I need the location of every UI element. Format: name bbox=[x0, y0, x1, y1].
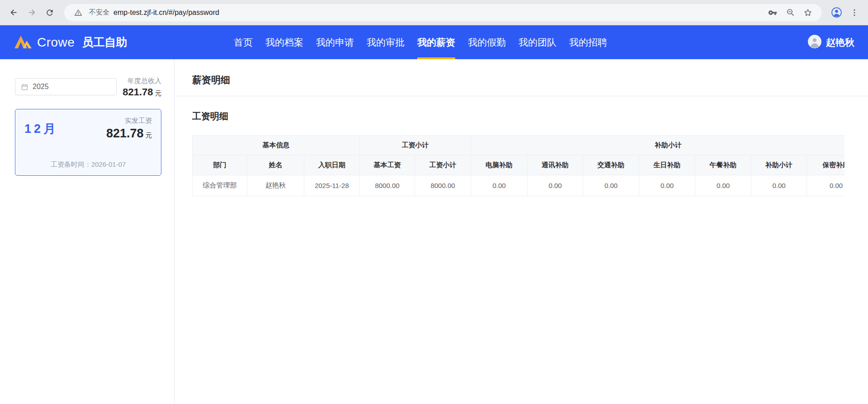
nav-item-4[interactable]: 我的薪资 bbox=[417, 25, 455, 59]
net-pay-unit: 元 bbox=[146, 132, 152, 139]
table-cell: 2025-11-28 bbox=[304, 175, 360, 196]
profile-icon[interactable] bbox=[828, 5, 844, 21]
table-column-header: 入职日期 bbox=[304, 155, 360, 175]
table-cell: 综合管理部 bbox=[193, 175, 247, 196]
calendar-icon bbox=[21, 83, 28, 91]
user-avatar-icon bbox=[808, 35, 821, 50]
user-menu[interactable]: 赵艳秋 bbox=[808, 35, 854, 50]
url-text: emp-test.zjf-it.cn/#/pay/password bbox=[113, 9, 762, 17]
table-column-header: 生日补助 bbox=[639, 155, 695, 175]
menu-kebab-icon[interactable] bbox=[846, 5, 863, 21]
table-group-header: 补助小计 bbox=[471, 136, 844, 155]
table-cell: 0.00 bbox=[639, 175, 695, 196]
table-column-header: 电脑补助 bbox=[471, 155, 528, 175]
brand: Crowe 员工自助 bbox=[14, 34, 127, 51]
nav-item-1[interactable]: 我的档案 bbox=[265, 25, 303, 59]
crowe-logo-icon bbox=[14, 34, 33, 51]
user-name: 赵艳秋 bbox=[826, 36, 854, 49]
table-cell: 0.00 bbox=[807, 175, 844, 196]
table-column-header: 通讯补助 bbox=[528, 155, 583, 175]
app-title: 员工自助 bbox=[82, 35, 127, 50]
month-card[interactable]: 12月 实发工资 821.78 元 工资条时间：2026-01-07 bbox=[15, 109, 161, 176]
salary-table: 基本信息工资小计补助小计部门姓名入职日期基本工资工资小计电脑补助通讯补助交通补助… bbox=[192, 135, 844, 196]
back-button[interactable] bbox=[5, 5, 22, 21]
section-title: 工资明细 bbox=[192, 110, 868, 122]
net-pay-label: 实发工资 bbox=[106, 117, 152, 125]
table-row: 综合管理部赵艳秋2025-11-288000.008000.000.000.00… bbox=[193, 175, 845, 196]
nav-item-3[interactable]: 我的审批 bbox=[367, 25, 405, 59]
salary-table-wrap[interactable]: 基本信息工资小计补助小计部门姓名入职日期基本工资工资小计电脑补助通讯补助交通补助… bbox=[192, 135, 844, 196]
nav-item-0[interactable]: 首页 bbox=[234, 25, 253, 59]
table-cell: 0.00 bbox=[751, 175, 807, 196]
table-column-header: 基本工资 bbox=[360, 155, 415, 175]
table-cell: 8000.00 bbox=[360, 175, 415, 196]
refresh-button[interactable] bbox=[42, 5, 58, 21]
forward-button[interactable] bbox=[24, 5, 40, 21]
table-cell: 0.00 bbox=[695, 175, 751, 196]
table-column-header: 补助小计 bbox=[751, 155, 807, 175]
address-bar[interactable]: 不安全 emp-test.zjf-it.cn/#/pay/password bbox=[64, 4, 822, 21]
nav-item-2[interactable]: 我的申请 bbox=[316, 25, 354, 59]
security-warning-icon[interactable] bbox=[71, 6, 85, 19]
security-label: 不安全 bbox=[89, 8, 109, 17]
payslip-date-label: 工资条时间： bbox=[51, 160, 91, 168]
bookmark-star-icon[interactable] bbox=[801, 6, 815, 19]
page-title: 薪资明细 bbox=[192, 74, 868, 86]
nav-item-6[interactable]: 我的团队 bbox=[519, 25, 557, 59]
annual-income-label: 年度总收入 bbox=[123, 77, 161, 85]
year-value: 2025 bbox=[33, 83, 49, 91]
table-cell: 0.00 bbox=[583, 175, 639, 196]
table-group-header: 基本信息 bbox=[193, 136, 360, 155]
brand-name: Crowe bbox=[37, 35, 75, 50]
nav-item-7[interactable]: 我的招聘 bbox=[569, 25, 607, 59]
sidebar-summary: 2025 年度总收入 821.78 元 bbox=[15, 78, 161, 98]
table-column-header: 姓名 bbox=[247, 155, 304, 175]
table-column-header: 午餐补助 bbox=[695, 155, 751, 175]
browser-toolbar: 不安全 emp-test.zjf-it.cn/#/pay/password bbox=[0, 0, 868, 25]
payslip-date: 工资条时间：2026-01-07 bbox=[24, 160, 152, 170]
sidebar: 2025 年度总收入 821.78 元 12月 实发工资 821.78 元 工资… bbox=[0, 59, 175, 404]
annual-income: 年度总收入 821.78 元 bbox=[123, 77, 161, 98]
payslip-date-value: 2026-01-07 bbox=[91, 160, 126, 168]
table-cell: 赵艳秋 bbox=[247, 175, 304, 196]
nav-item-5[interactable]: 我的假勤 bbox=[468, 25, 506, 59]
table-cell: 0.00 bbox=[528, 175, 583, 196]
forward-icon bbox=[27, 8, 37, 17]
main-content: 薪资明细 工资明细 基本信息工资小计补助小计部门姓名入职日期基本工资工资小计电脑… bbox=[175, 59, 868, 404]
table-cell: 0.00 bbox=[471, 175, 528, 196]
month-label: 12月 bbox=[24, 121, 58, 137]
main-nav: 首页我的档案我的申请我的审批我的薪资我的假勤我的团队我的招聘 bbox=[227, 25, 613, 59]
divider bbox=[175, 96, 868, 96]
back-icon bbox=[9, 8, 19, 17]
table-column-header: 交通补助 bbox=[583, 155, 639, 175]
annual-income-unit: 元 bbox=[155, 89, 161, 97]
zoom-icon[interactable] bbox=[783, 6, 797, 19]
annual-income-value: 821.78 bbox=[123, 86, 153, 98]
net-pay-value: 821.78 bbox=[106, 127, 144, 140]
year-picker[interactable]: 2025 bbox=[15, 78, 117, 95]
password-key-icon[interactable] bbox=[766, 6, 779, 19]
table-column-header: 部门 bbox=[193, 155, 247, 175]
table-cell: 8000.00 bbox=[415, 175, 471, 196]
app-header: Crowe 员工自助 首页我的档案我的申请我的审批我的薪资我的假勤我的团队我的招… bbox=[0, 25, 868, 59]
refresh-icon bbox=[45, 8, 54, 17]
table-column-header: 保密补助 bbox=[807, 155, 844, 175]
table-group-header: 工资小计 bbox=[360, 136, 471, 155]
table-column-header: 工资小计 bbox=[415, 155, 471, 175]
